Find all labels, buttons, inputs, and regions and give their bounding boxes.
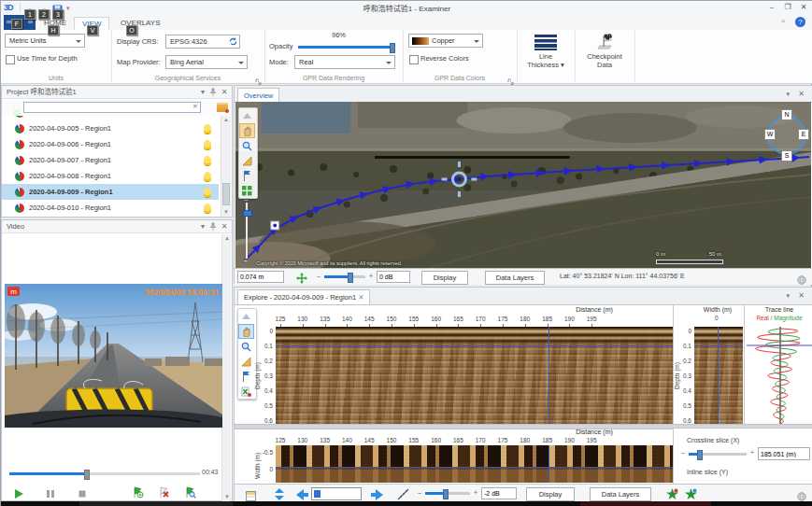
- scroll-up-icon[interactable]: ▲: [223, 234, 231, 243]
- inline-cursor[interactable]: [276, 467, 673, 468]
- toolbar-collapse-icon[interactable]: [239, 108, 255, 123]
- scroll-thumb[interactable]: [222, 183, 230, 205]
- zoom-slider-handle[interactable]: [243, 210, 252, 217]
- minimize-button[interactable]: –: [764, 1, 779, 13]
- crs-input[interactable]: EPSG:4326: [165, 35, 240, 49]
- pan-tool-icon[interactable]: [238, 324, 254, 339]
- project-search-input[interactable]: [23, 102, 201, 113]
- dialog-launcher-icon[interactable]: [507, 73, 515, 80]
- zoom-in-icon[interactable]: +: [244, 257, 249, 265]
- gain-minus[interactable]: –: [317, 273, 321, 279]
- explore-gain-value[interactable]: [481, 487, 517, 499]
- measure-tool-icon[interactable]: [238, 354, 254, 369]
- visibility-bulb-icon[interactable]: [204, 172, 211, 181]
- find-marker-button[interactable]: [183, 485, 196, 502]
- add-marker-button[interactable]: [131, 485, 144, 502]
- explore-gain-slider[interactable]: [425, 492, 470, 495]
- overview-gain-value[interactable]: [377, 271, 410, 283]
- display-button[interactable]: Display: [421, 271, 468, 285]
- visibility-bulb-icon[interactable]: [204, 204, 211, 213]
- pan-center-icon[interactable]: [296, 271, 307, 288]
- units-dropdown[interactable]: Metric Units: [5, 34, 85, 48]
- tree-item[interactable]: 2020-04-09-008 - Region1: [2, 168, 219, 184]
- palette-dropdown[interactable]: Copper: [408, 34, 483, 48]
- restore-button[interactable]: ❐: [780, 1, 795, 13]
- trace-position-thumb[interactable]: [314, 490, 321, 498]
- radargram-width[interactable]: [694, 327, 743, 424]
- tab-explore[interactable]: Explore - 2020-04-09-009 - Region1 ✕: [237, 289, 370, 304]
- line-thickness-button[interactable]: Line Thickness ▾: [517, 31, 576, 81]
- data-layers-button[interactable]: Data Layers: [485, 271, 545, 285]
- gain-plus[interactable]: +: [369, 273, 373, 279]
- zoom-tool-icon[interactable]: [238, 339, 254, 354]
- measure-tool-icon[interactable]: [239, 153, 255, 168]
- flag-tool-icon[interactable]: [238, 369, 254, 384]
- explore-gain-handle[interactable]: [443, 489, 449, 499]
- compass-w[interactable]: W: [764, 129, 776, 140]
- trace-position-box[interactable]: [311, 487, 362, 500]
- crossline-slider-handle[interactable]: [697, 450, 703, 460]
- tab-overlays[interactable]: OVERLAYS: [113, 17, 168, 30]
- refresh-icon[interactable]: [229, 37, 237, 50]
- tree-item[interactable]: 2020-04-09-009 - Region1: [2, 184, 219, 200]
- gain-minus[interactable]: –: [418, 489, 421, 496]
- collapse-ribbon-icon[interactable]: ^: [781, 18, 785, 26]
- map-zoom-slider[interactable]: – +: [242, 203, 251, 264]
- crossline-minus[interactable]: –: [681, 449, 685, 456]
- trace-plot[interactable]: [747, 327, 812, 424]
- crossline-cursor[interactable]: [548, 445, 549, 483]
- pin-icon[interactable]: [208, 88, 218, 97]
- help-icon[interactable]: ?: [795, 17, 805, 27]
- visibility-bulb-icon[interactable]: [204, 188, 211, 197]
- compass-e[interactable]: E: [798, 129, 809, 140]
- crossline-cursor[interactable]: [548, 327, 549, 424]
- video-progress-handle[interactable]: [84, 470, 90, 480]
- visibility-bulb-icon[interactable]: [204, 156, 211, 165]
- crossline-value-box[interactable]: [758, 447, 810, 460]
- clear-search-icon[interactable]: ✕: [192, 103, 198, 110]
- close-icon[interactable]: ✕: [798, 291, 805, 300]
- close-button[interactable]: ✕: [796, 1, 811, 13]
- pin-icon[interactable]: [208, 222, 218, 232]
- scroll-down-icon[interactable]: ▼: [222, 208, 230, 217]
- opacity-slider[interactable]: [298, 46, 395, 49]
- depth-cursor[interactable]: [276, 345, 673, 346]
- overview-gain-handle[interactable]: [348, 273, 353, 283]
- crossline-plus[interactable]: +: [750, 449, 754, 456]
- crossline-slider[interactable]: [689, 453, 747, 456]
- tree-item[interactable]: 2020-04-09-006 - Region1: [2, 136, 219, 152]
- toolbar-collapse-icon[interactable]: [238, 309, 254, 324]
- inline-cursor[interactable]: [718, 327, 719, 424]
- scroll-up-icon[interactable]: ▲: [222, 116, 230, 124]
- mode-dropdown[interactable]: Real: [294, 55, 395, 69]
- close-icon[interactable]: ✕: [220, 222, 229, 232]
- reverse-colors-checkbox[interactable]: [409, 55, 419, 64]
- dialog-launcher-icon[interactable]: [255, 73, 263, 80]
- pan-tool-icon[interactable]: [239, 123, 255, 138]
- use-time-checkbox[interactable]: [6, 55, 15, 64]
- depth-cursor[interactable]: [694, 345, 743, 346]
- data-layers-button[interactable]: Data Layers: [590, 487, 651, 501]
- project-tree-scrollbar[interactable]: ▲ ▼: [221, 116, 231, 217]
- checkpoint-data-button[interactable]: Checkpoint Data: [575, 31, 635, 81]
- video-scrollbar[interactable]: ▲ ▼: [221, 234, 231, 501]
- panel-menu-caret[interactable]: ▾: [786, 91, 790, 98]
- panel-menu-caret[interactable]: ▾: [198, 222, 207, 232]
- visibility-bulb-icon[interactable]: [204, 140, 211, 149]
- close-icon[interactable]: ✕: [798, 90, 805, 98]
- visibility-bulb-icon[interactable]: [204, 124, 211, 134]
- tree-item[interactable]: 2020-04-09-010 - Region1: [2, 200, 219, 216]
- tab-overview[interactable]: Overview: [237, 88, 279, 103]
- radargram-main[interactable]: [276, 327, 673, 424]
- zoom-tool-icon[interactable]: [239, 138, 255, 153]
- folder-icon[interactable]: [217, 103, 228, 112]
- tree-item[interactable]: 2020-04-09-005 - Region1: [2, 120, 219, 136]
- export-tool-icon[interactable]: [238, 384, 254, 399]
- compass-s[interactable]: S: [781, 150, 792, 162]
- display-button[interactable]: Display: [526, 487, 575, 501]
- flag-tool-icon[interactable]: [239, 168, 255, 183]
- plan-slice[interactable]: [276, 445, 673, 483]
- overview-gain-slider[interactable]: [324, 275, 365, 278]
- tree-item[interactable]: 2020-04-09-007 - Region1: [2, 152, 219, 168]
- delete-marker-button[interactable]: [157, 485, 170, 502]
